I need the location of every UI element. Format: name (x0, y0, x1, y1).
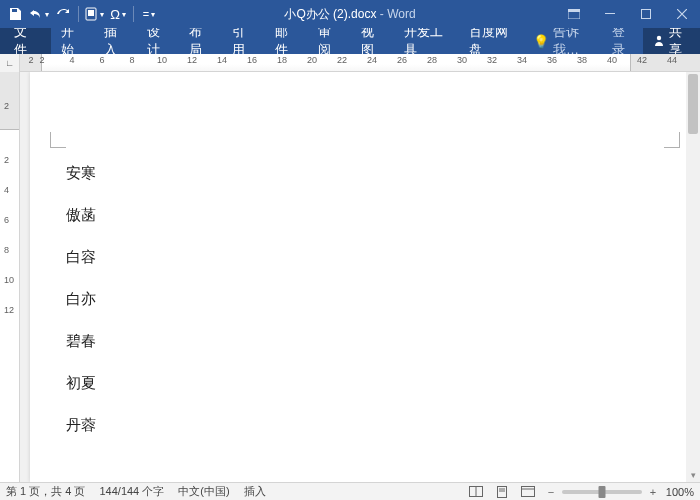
omega-icon: Ω (110, 7, 120, 22)
minimize-button[interactable] (592, 0, 628, 28)
ruler-vertical[interactable]: 224681012 (0, 72, 20, 482)
ruler-h-number: 22 (337, 55, 347, 65)
separator (133, 6, 134, 22)
ruler-h-number: 4 (69, 55, 74, 65)
svg-rect-9 (497, 486, 506, 497)
symbol-button[interactable]: Ω▾ (107, 3, 129, 25)
paragraph[interactable]: 初夏 (66, 374, 660, 392)
ruler-v-number: 2 (4, 101, 9, 111)
scroll-down-arrow[interactable]: ▾ (686, 468, 700, 482)
tab-file[interactable]: 文件 (0, 28, 51, 54)
zoom-out-button[interactable]: − (544, 486, 558, 498)
ruler-h-number: 26 (397, 55, 407, 65)
ruler-h-number: 36 (547, 55, 557, 65)
separator (78, 6, 79, 22)
ribbon-tabs: 文件 开始 插入 设计 布局 引用 邮件 审阅 视图 开发工具 百度网盘 💡 告… (0, 28, 700, 54)
ruler-h-number: 38 (577, 55, 587, 65)
paragraph[interactable]: 碧春 (66, 332, 660, 350)
tab-review[interactable]: 审阅 (308, 28, 351, 54)
paragraph[interactable]: 傲菡 (66, 206, 660, 224)
window-controls (556, 0, 700, 28)
paragraph[interactable]: 白容 (66, 248, 660, 266)
ruler-v-number: 12 (4, 305, 14, 315)
tab-developer[interactable]: 开发工具 (394, 28, 460, 54)
svg-rect-1 (88, 10, 94, 16)
tab-references[interactable]: 引用 (222, 28, 265, 54)
paragraph[interactable]: 白亦 (66, 290, 660, 308)
login-button[interactable]: 登录 (604, 28, 643, 54)
ruler-h-number: 14 (217, 55, 227, 65)
paragraph[interactable]: 丹蓉 (66, 416, 660, 434)
title-bar: ▾ ▾ Ω▾ =▾ 小Q办公 (2).docx - Word (0, 0, 700, 28)
status-page[interactable]: 第 1 页，共 4 页 (6, 484, 85, 499)
ruler-h-number: 20 (307, 55, 317, 65)
ruler-horizontal[interactable]: ∟ 22468101214161820222426283032343638404… (0, 54, 700, 72)
status-insert-mode[interactable]: 插入 (244, 484, 266, 499)
zoom-slider-track[interactable] (562, 490, 642, 494)
ruler-h-number: 2 (28, 55, 33, 65)
tab-design[interactable]: 设计 (137, 28, 180, 54)
scrollbar-vertical[interactable]: ▴ ▾ (686, 72, 700, 482)
tab-view[interactable]: 视图 (351, 28, 394, 54)
tab-home[interactable]: 开始 (51, 28, 94, 54)
zoom-slider-thumb[interactable] (598, 486, 605, 498)
svg-rect-12 (521, 487, 534, 497)
zoom-percentage[interactable]: 100% (666, 486, 694, 498)
ruler-h-track[interactable]: 2246810121416182022242628303234363840424… (20, 54, 700, 71)
ruler-h-number: 16 (247, 55, 257, 65)
ribbon-display-button[interactable] (556, 0, 592, 28)
lightbulb-icon: 💡 (533, 34, 549, 49)
zoom-control: − + (544, 486, 660, 498)
ruler-h-number: 30 (457, 55, 467, 65)
close-button[interactable] (664, 0, 700, 28)
ruler-h-number: 12 (187, 55, 197, 65)
touch-mode-button[interactable]: ▾ (83, 3, 105, 25)
tab-baidu[interactable]: 百度网盘 (459, 28, 525, 54)
ruler-v-number: 4 (4, 185, 9, 195)
ruler-h-number: 34 (517, 55, 527, 65)
view-web-layout-button[interactable] (518, 485, 538, 499)
view-print-layout-button[interactable] (492, 485, 512, 499)
share-icon (653, 34, 665, 49)
svg-rect-4 (605, 13, 615, 14)
page-viewport[interactable]: 安寒傲菡白容白亦碧春初夏丹蓉 ▴ ▾ (20, 72, 700, 482)
ruler-h-number: 18 (277, 55, 287, 65)
document-body[interactable]: 安寒傲菡白容白亦碧春初夏丹蓉 (66, 164, 660, 458)
tab-insert[interactable]: 插入 (94, 28, 137, 54)
redo-button[interactable] (52, 3, 74, 25)
paragraph[interactable]: 安寒 (66, 164, 660, 182)
share-button[interactable]: 共享 (643, 28, 700, 54)
ruler-h-number: 8 (129, 55, 134, 65)
ruler-h-number: 10 (157, 55, 167, 65)
ruler-h-number: 40 (607, 55, 617, 65)
tab-layout[interactable]: 布局 (179, 28, 222, 54)
work-area: 224681012 安寒傲菡白容白亦碧春初夏丹蓉 ▴ ▾ (0, 72, 700, 482)
zoom-in-button[interactable]: + (646, 486, 660, 498)
ruler-h-number: 42 (637, 55, 647, 65)
save-button[interactable] (4, 3, 26, 25)
ruler-v-number: 8 (4, 245, 9, 255)
ruler-h-number: 44 (667, 55, 677, 65)
document-page[interactable]: 安寒傲菡白容白亦碧春初夏丹蓉 (30, 72, 700, 482)
ruler-v-number: 6 (4, 215, 9, 225)
status-language[interactable]: 中文(中国) (178, 484, 229, 499)
quick-access-toolbar: ▾ ▾ Ω▾ =▾ (0, 3, 164, 25)
view-read-mode-button[interactable] (466, 485, 486, 499)
svg-rect-3 (568, 9, 580, 12)
status-bar: 第 1 页，共 4 页 144/144 个字 中文(中国) 插入 − + 100… (0, 482, 700, 500)
ruler-tabstop-button[interactable]: ∟ (0, 54, 20, 72)
ruler-v-number: 2 (4, 155, 9, 165)
maximize-button[interactable] (628, 0, 664, 28)
margin-mark-top-left (50, 132, 66, 148)
ruler-v-number: 10 (4, 275, 14, 285)
ruler-h-number: 28 (427, 55, 437, 65)
app-name: Word (387, 7, 415, 21)
status-word-count[interactable]: 144/144 个字 (99, 484, 164, 499)
ruler-h-number: 32 (487, 55, 497, 65)
svg-rect-5 (642, 10, 651, 19)
scrollbar-thumb[interactable] (688, 74, 698, 134)
tab-mailings[interactable]: 邮件 (265, 28, 308, 54)
undo-button[interactable]: ▾ (28, 3, 50, 25)
customize-qat-button[interactable]: =▾ (138, 3, 160, 25)
tell-me-search[interactable]: 💡 告诉我… (525, 28, 604, 54)
